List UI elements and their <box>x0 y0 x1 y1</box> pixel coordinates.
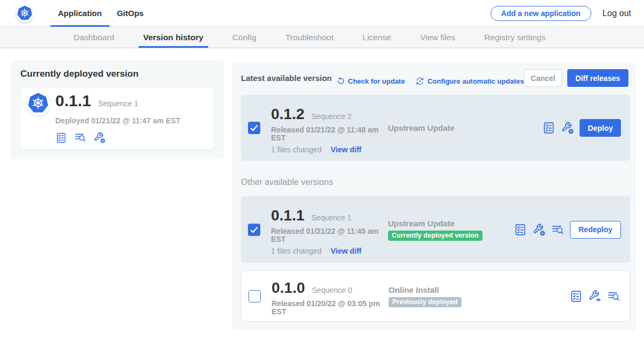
schedule-icon <box>415 77 425 86</box>
app-logo-icon <box>26 91 50 116</box>
top-navbar: Application GitOps Add a new application… <box>0 0 644 27</box>
edit-config-icon[interactable] <box>93 131 106 144</box>
released-timestamp: Released 01/21/22 @ 11:48 am EST <box>271 126 382 142</box>
edit-config-icon[interactable] <box>532 223 546 236</box>
subnav-dashboard[interactable]: Dashboard <box>69 27 119 48</box>
tab-gitops-label: GitOps <box>117 9 144 18</box>
subnav-registry-settings[interactable]: Registry settings <box>479 27 551 48</box>
add-new-application-button[interactable]: Add a new application <box>491 6 591 21</box>
configure-auto-updates-link[interactable]: Configure automatic updates <box>415 77 524 86</box>
subnav-config[interactable]: Config <box>228 27 261 48</box>
latest-version-header: Latest available version Check for updat… <box>241 69 630 87</box>
view-diff-icon[interactable] <box>551 223 565 236</box>
diff-releases-button[interactable]: Diff releases <box>567 69 628 87</box>
subnav-version-history[interactable]: Version history <box>138 27 208 48</box>
version-source-label: Upstream Update <box>388 219 503 228</box>
deploy-button[interactable]: Deploy <box>580 119 621 137</box>
files-changed-label: 1 files changed <box>271 145 321 154</box>
check-for-update-link[interactable]: Check for update <box>337 77 405 85</box>
edit-config-icon[interactable] <box>561 121 574 135</box>
currently-deployed-title: Currently deployed version <box>20 69 214 79</box>
deployed-version-number: 0.1.1 <box>55 93 91 109</box>
tab-application-label: Application <box>58 9 102 18</box>
check-for-update-label: Check for update <box>348 77 405 85</box>
released-timestamp: Released 01/20/22 @ 03:05 pm EST <box>272 300 382 316</box>
redeploy-button[interactable]: Redeploy <box>570 221 621 239</box>
version-number: 0.1.2 <box>271 106 304 123</box>
other-versions-title: Other available versions <box>241 178 630 187</box>
view-config-icon[interactable] <box>588 290 602 303</box>
version-checkbox[interactable] <box>248 224 260 236</box>
version-source-label: Online Install <box>389 285 504 294</box>
release-notes-icon[interactable] <box>569 290 583 303</box>
app-subnav: Dashboard Version history Config Trouble… <box>0 27 644 48</box>
deployed-sequence-label: Sequence 1 <box>98 99 138 108</box>
cancel-button[interactable]: Cancel <box>524 69 562 87</box>
tab-application[interactable]: Application <box>50 0 109 27</box>
subnav-license[interactable]: License <box>358 27 396 48</box>
app-nav-tabs: Application GitOps <box>50 0 151 27</box>
kubernetes-logo-icon <box>16 4 34 23</box>
sequence-label: Sequence 1 <box>311 213 352 222</box>
version-number: 0.1.0 <box>272 279 305 297</box>
files-changed-label: 1 files changed <box>271 247 321 255</box>
deployed-version-box: 0.1.1 Sequence 1 Deployed 01/21/22 @ 11:… <box>20 87 214 150</box>
view-diff-link[interactable]: View diff <box>331 247 361 255</box>
main-content: Currently deployed version 0.1.1 Sequenc… <box>0 48 644 330</box>
currently-deployed-badge: Currently deployed version <box>388 231 482 241</box>
sequence-label: Sequence 2 <box>311 112 352 121</box>
logout-link[interactable]: Log out <box>603 9 631 18</box>
subnav-view-files[interactable]: View files <box>415 27 460 48</box>
release-notes-icon[interactable] <box>55 132 67 144</box>
version-row-0.1.1: 0.1.1 Sequence 1 Released 01/21/22 @ 11:… <box>241 196 630 263</box>
version-checkbox[interactable] <box>248 122 260 134</box>
previously-deployed-badge: Previously deployed <box>389 297 462 307</box>
version-checkbox[interactable] <box>248 290 261 302</box>
subnav-troubleshoot[interactable]: Troubleshoot <box>281 27 339 48</box>
version-row-0.1.2: 0.1.2 Sequence 2 Released 01/21/22 @ 11:… <box>241 95 630 161</box>
release-notes-icon[interactable] <box>514 223 527 236</box>
version-number: 0.1.1 <box>271 207 304 224</box>
version-source-label: Upstream Update <box>388 123 503 132</box>
latest-version-title: Latest available version <box>241 73 332 83</box>
tab-gitops[interactable]: GitOps <box>109 0 151 27</box>
currently-deployed-card: Currently deployed version 0.1.1 Sequenc… <box>10 60 224 159</box>
configure-auto-updates-label: Configure automatic updates <box>427 77 524 85</box>
refresh-icon <box>337 77 345 85</box>
deployed-timestamp: Deployed 01/21/22 @ 11:47 am EST <box>55 116 180 125</box>
version-history-panel: Latest available version Check for updat… <box>232 62 636 330</box>
view-diff-icon[interactable] <box>74 131 86 144</box>
view-diff-link[interactable]: View diff <box>331 145 361 154</box>
release-notes-icon[interactable] <box>542 121 555 135</box>
version-row-0.1.0: 0.1.0 Sequence 0 Released 01/20/22 @ 03:… <box>241 270 630 322</box>
released-timestamp: Released 01/21/22 @ 11:45 am EST <box>271 227 382 243</box>
view-diff-icon[interactable] <box>607 290 620 303</box>
sequence-label: Sequence 0 <box>312 286 352 294</box>
